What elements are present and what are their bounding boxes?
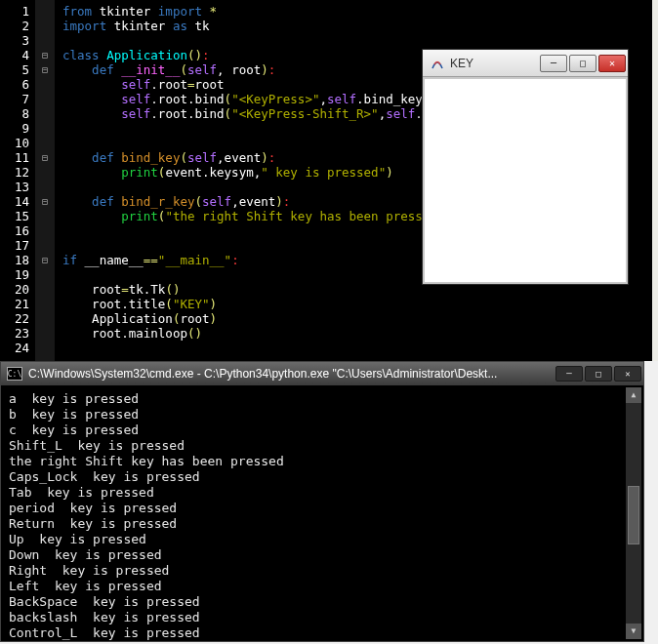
line-number: 11	[0, 150, 29, 165]
fold-marker[interactable]	[35, 165, 55, 180]
code-line[interactable]: root.mainloop()	[62, 326, 504, 341]
terminal-line: Down key is pressed	[9, 547, 636, 563]
fold-marker[interactable]	[35, 106, 55, 121]
fold-marker[interactable]	[35, 19, 55, 33]
fold-marker[interactable]	[35, 92, 55, 106]
line-number: 4	[0, 48, 29, 62]
popup-client-area[interactable]	[423, 77, 628, 284]
terminal-line: Return key is pressed	[9, 516, 636, 532]
terminal-line: c key is pressed	[9, 423, 636, 438]
line-number: 5	[0, 62, 29, 77]
line-number: 19	[0, 267, 29, 282]
fold-marker[interactable]	[35, 238, 55, 253]
terminal-title: C:\Windows\System32\cmd.exe - C:\Python3…	[28, 367, 554, 381]
minimize-button[interactable]: ─	[540, 55, 567, 72]
fold-marker[interactable]	[35, 209, 55, 223]
fold-marker[interactable]: ⊟	[35, 253, 55, 267]
fold-marker[interactable]	[35, 311, 55, 326]
terminal-line: Right key is pressed	[9, 563, 636, 579]
code-line[interactable]	[62, 341, 504, 355]
cmd-icon: C:\	[7, 367, 22, 381]
minimize-button[interactable]: ─	[555, 366, 583, 382]
line-number: 7	[0, 92, 29, 106]
popup-title: KEY	[450, 57, 538, 70]
terminal-line: Shift_L key is pressed	[9, 438, 636, 454]
fold-marker[interactable]	[35, 4, 55, 19]
line-number: 2	[0, 19, 29, 33]
fold-marker[interactable]	[35, 121, 55, 136]
fold-marker[interactable]: ⊟	[35, 150, 55, 165]
close-button[interactable]: ✕	[614, 366, 641, 382]
terminal-line: b key is pressed	[9, 407, 636, 423]
popup-titlebar[interactable]: KEY ─ □ ✕	[423, 50, 628, 77]
terminal-line: Control_L key is pressed	[9, 625, 636, 641]
terminal-line: period key is pressed	[9, 501, 636, 516]
line-number: 3	[0, 33, 29, 48]
terminal-line: Left key is pressed	[9, 579, 636, 594]
line-number: 18	[0, 253, 29, 267]
terminal-body[interactable]: a key is pressedb key is pressedc key is…	[1, 385, 643, 641]
line-number: 22	[0, 311, 29, 326]
terminal-window[interactable]: C:\ C:\Windows\System32\cmd.exe - C:\Pyt…	[0, 361, 644, 642]
code-line[interactable]	[62, 33, 504, 48]
maximize-button[interactable]: □	[585, 366, 612, 382]
line-number: 1	[0, 4, 29, 19]
scrollbar-up-button[interactable]: ▲	[626, 387, 641, 403]
fold-marker[interactable]	[35, 77, 55, 92]
code-line[interactable]: from tkinter import *	[62, 4, 504, 19]
fold-column[interactable]: ⊟⊟⊟⊟⊟	[35, 0, 55, 361]
line-number: 10	[0, 136, 29, 150]
fold-marker[interactable]	[35, 282, 55, 297]
terminal-line: backslash key is pressed	[9, 610, 636, 625]
fold-marker[interactable]	[35, 297, 55, 311]
line-number: 24	[0, 341, 29, 355]
line-number: 12	[0, 165, 29, 180]
right-margin-strip	[652, 0, 658, 361]
fold-marker[interactable]	[35, 326, 55, 341]
terminal-scrollbar[interactable]: ▲ ▼	[626, 387, 641, 639]
scrollbar-thumb[interactable]	[628, 486, 639, 544]
fold-marker[interactable]	[35, 341, 55, 355]
line-number: 13	[0, 180, 29, 194]
fold-marker[interactable]	[35, 136, 55, 150]
line-number: 17	[0, 238, 29, 253]
terminal-line: BackSpace key is pressed	[9, 594, 636, 610]
close-button[interactable]: ✕	[598, 55, 626, 72]
code-line[interactable]: Application(root)	[62, 311, 504, 326]
code-line[interactable]: root.title("KEY")	[62, 297, 504, 311]
line-number: 15	[0, 209, 29, 223]
scrollbar-track[interactable]	[626, 403, 641, 624]
fold-marker[interactable]: ⊟	[35, 62, 55, 77]
line-number: 23	[0, 326, 29, 341]
terminal-line: the right Shift key has been pressed	[9, 454, 636, 469]
scrollbar-down-button[interactable]: ▼	[626, 624, 641, 639]
maximize-button[interactable]: □	[569, 55, 596, 72]
fold-marker[interactable]	[35, 180, 55, 194]
fold-marker[interactable]	[35, 223, 55, 238]
line-number-gutter: 123456789101112131415161718192021222324	[0, 0, 35, 361]
tkinter-icon	[431, 57, 444, 70]
line-number: 20	[0, 282, 29, 297]
line-number: 8	[0, 106, 29, 121]
fold-marker[interactable]: ⊟	[35, 48, 55, 62]
fold-marker[interactable]	[35, 33, 55, 48]
line-number: 16	[0, 223, 29, 238]
fold-marker[interactable]	[35, 267, 55, 282]
terminal-line: a key is pressed	[9, 391, 636, 407]
terminal-titlebar[interactable]: C:\ C:\Windows\System32\cmd.exe - C:\Pyt…	[1, 362, 643, 385]
terminal-line: Up key is pressed	[9, 532, 636, 547]
line-number: 14	[0, 194, 29, 209]
terminal-line: Caps_Lock key is pressed	[9, 469, 636, 485]
tkinter-window[interactable]: KEY ─ □ ✕	[422, 49, 629, 285]
line-number: 21	[0, 297, 29, 311]
line-number: 9	[0, 121, 29, 136]
line-number: 6	[0, 77, 29, 92]
code-line[interactable]: import tkinter as tk	[62, 19, 504, 33]
fold-marker[interactable]: ⊟	[35, 194, 55, 209]
terminal-line: Tab key is pressed	[9, 485, 636, 501]
